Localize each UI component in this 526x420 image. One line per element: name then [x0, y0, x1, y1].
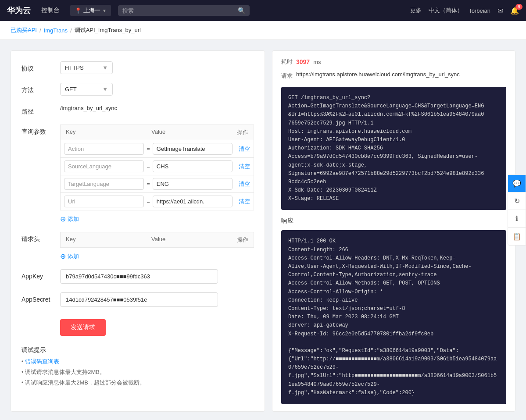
tips-section: 调试提示 • 错误码查询表 • 调试请求消息体最大支持2MB。 • 调试响应消息… [21, 346, 254, 387]
response-label: 响应 [281, 217, 506, 225]
appsecret-label: AppSecret [21, 292, 57, 303]
user-name[interactable]: forbeian [470, 7, 490, 14]
request-header-row: 请求头 Key Value 操作 ⊕ 添加 [21, 232, 254, 260]
more-link[interactable]: 更多 [410, 7, 422, 14]
param-value-1[interactable] [153, 143, 233, 155]
method-chevron: ▼ [102, 86, 108, 93]
breadcrumb-sep1: / [39, 27, 41, 34]
equals-1: = [147, 146, 150, 152]
protocol-row: 协议 HTTPS ▼ [21, 61, 254, 74]
protocol-select[interactable]: HTTPS ▼ [60, 61, 113, 74]
location-chevron: ▼ [102, 8, 107, 13]
param-row-1: = 清空 [60, 140, 254, 158]
tip-item-2: • 调试请求消息体最大支持2MB。 [21, 368, 254, 376]
query-params-label: 查询参数 [21, 125, 57, 136]
param-key-4[interactable] [64, 196, 144, 207]
method-select[interactable]: GET ▼ [60, 83, 113, 96]
param-key-3[interactable] [64, 178, 144, 190]
method-label: 方法 [21, 83, 57, 94]
notification-badge: 9 [515, 4, 522, 10]
col-value: Value [151, 128, 237, 136]
search-input[interactable] [122, 7, 238, 14]
left-panel: 协议 HTTPS ▼ 方法 GET ▼ 路径 /imgtrans_by_u [11, 50, 265, 412]
add-param-icon: ⊕ [60, 215, 66, 223]
add-param-label: 添加 [68, 215, 79, 223]
time-unit: ms [313, 59, 321, 65]
param-key-2[interactable] [64, 160, 144, 172]
protocol-label: 协议 [21, 61, 57, 73]
breadcrumb-current: 调试API_ImgTrans_by_url [75, 26, 141, 34]
breadcrumb: 已购买API / ImgTrans / 调试API_ImgTrans_by_ur… [0, 21, 526, 40]
logo: 华为云 [7, 5, 31, 16]
method-row: 方法 GET ▼ [21, 83, 254, 96]
equals-4: = [147, 198, 150, 205]
param-row-3: = 清空 [60, 175, 254, 193]
col-key: Key [66, 128, 151, 136]
path-row: 路径 /imgtrans_by_url_sync [21, 104, 254, 116]
path-label: 路径 [21, 104, 57, 116]
params-header: Key Value 操作 [60, 125, 254, 140]
param-clear-1[interactable]: 清空 [239, 145, 250, 153]
appkey-input[interactable] [60, 269, 218, 284]
path-value: /imgtrans_by_url_sync [60, 101, 117, 111]
lang-selector[interactable]: 中文（简体） [429, 7, 463, 14]
col-action: 操作 [237, 128, 248, 136]
result-url: https://imgtrans.apistore.huaweicloud.co… [296, 71, 460, 78]
appsecret-input[interactable] [60, 292, 218, 307]
header-col-value: Value [151, 236, 237, 244]
breadcrumb-imgtrans[interactable]: ImgTrans [44, 27, 68, 34]
add-header-btn[interactable]: ⊕ 添加 [60, 252, 254, 260]
refresh-side-icon[interactable]: ↻ [508, 192, 526, 210]
search-box: 🔍 [118, 5, 250, 16]
request-header-label: 请求头 [21, 232, 57, 243]
time-label: 耗时 [281, 58, 293, 66]
path-control: /imgtrans_by_url_sync [60, 104, 254, 111]
param-clear-3[interactable]: 清空 [239, 180, 250, 188]
method-control: GET ▼ [60, 83, 254, 96]
param-value-4[interactable] [153, 196, 233, 207]
top-nav: 华为云 控制台 📍 上海一 ▼ 🔍 更多 中文（简体） forbeian ✉ 🔔… [0, 0, 526, 21]
chat-side-icon[interactable]: 💬 [508, 175, 526, 192]
protocol-value: HTTPS [65, 64, 84, 71]
result-meta: 耗时 3097 ms [281, 58, 506, 66]
appsecret-row: AppSecret [21, 292, 254, 307]
error-code-link[interactable]: 错误码查询表 [25, 358, 59, 365]
location-selector[interactable]: 📍 上海一 ▼ [70, 5, 111, 16]
param-value-3[interactable] [153, 178, 233, 190]
method-value: GET [65, 86, 77, 93]
param-clear-4[interactable]: 清空 [239, 198, 250, 206]
request-block: GET /imgtrans_by_url_sync? Action=GetIma… [281, 87, 506, 210]
notification-icon[interactable]: 🔔 9 [510, 7, 519, 15]
param-row-2: = 清空 [60, 158, 254, 175]
protocol-chevron: ▼ [102, 64, 108, 71]
breadcrumb-api[interactable]: 已购买API [11, 26, 37, 34]
appkey-row: AppKey [21, 269, 254, 284]
side-icons: 💬 ↻ ℹ 📋 [508, 174, 526, 246]
param-key-1[interactable] [64, 143, 144, 155]
tip-item-3: • 调试响应消息体最大2MB，超过部分会被截断。 [21, 379, 254, 387]
location-label: 上海一 [83, 7, 100, 14]
tip-item-1: • 错误码查询表 [21, 358, 254, 366]
control-panel-link[interactable]: 控制台 [38, 7, 63, 14]
send-row: 发送请求 [60, 316, 254, 336]
add-header-label: 添加 [68, 253, 79, 260]
param-row-4: = 清空 [60, 193, 254, 210]
main-content: 协议 HTTPS ▼ 方法 GET ▼ 路径 /imgtrans_by_u [11, 50, 515, 412]
send-button[interactable]: 发送请求 [60, 319, 106, 336]
equals-2: = [147, 163, 150, 170]
appkey-label: AppKey [21, 269, 57, 280]
info-side-icon[interactable]: ℹ [508, 210, 526, 228]
query-params-row: 查询参数 Key Value 操作 = 清空 = [21, 125, 254, 223]
response-block: HTTP/1.1 200 OK Content-Length: 266 Acce… [281, 230, 506, 404]
request-header-table: Key Value 操作 ⊕ 添加 [60, 232, 254, 260]
email-icon[interactable]: ✉ [497, 7, 503, 15]
right-panel: 耗时 3097 ms 请求 https://imgtrans.apistore.… [272, 50, 515, 412]
doc-side-icon[interactable]: 📋 [508, 228, 526, 245]
add-param-btn[interactable]: ⊕ 添加 [60, 215, 254, 223]
param-value-2[interactable] [153, 160, 233, 172]
nav-right: 更多 中文（简体） forbeian ✉ 🔔 9 [410, 7, 519, 15]
param-clear-2[interactable]: 清空 [239, 163, 250, 171]
result-section: 耗时 3097 ms 请求 https://imgtrans.apistore.… [272, 51, 515, 411]
breadcrumb-sep2: / [70, 27, 72, 34]
url-label: 请求 [281, 71, 293, 80]
